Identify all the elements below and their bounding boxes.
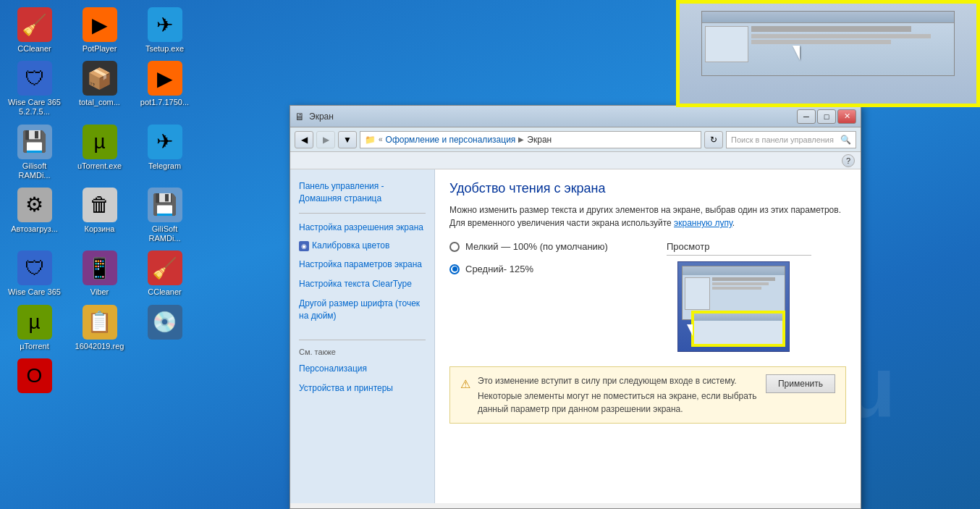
icon-label-autoz: Автозагруз... xyxy=(11,224,58,234)
icon-image-gilisoft2: 💾 xyxy=(148,188,182,222)
desktop-icon-potplayer[interactable]: ▶PotPlayer xyxy=(72,7,127,54)
icon-label-ccleaner2: CCleaner xyxy=(148,287,181,297)
radio-label-medium: Средний- 125% xyxy=(465,264,533,274)
desktop-icon-viber[interactable]: 📱Viber xyxy=(72,251,127,297)
sidebar-link-cleartype[interactable]: Настройка текста ClearType xyxy=(290,274,434,294)
icon-label-gilisoft: Gilisoft RAMDi... xyxy=(7,161,62,180)
see-also-label: См. также xyxy=(290,345,434,359)
icon-label-viber: Viber xyxy=(90,287,109,297)
icon-image-telegram: ✈ xyxy=(148,125,182,159)
radio-preview-section: Мелкий — 100% (по умолчанию) Средний- 12… xyxy=(449,241,846,359)
desktop-icon-ccleaner2[interactable]: 🧹CCleaner xyxy=(138,251,192,297)
back-button[interactable]: ◀ xyxy=(295,131,313,148)
sidebar-link-resolution[interactable]: Настройка разрешения экрана xyxy=(290,218,434,237)
icon-image-recycle: 🗑 xyxy=(83,188,117,222)
desktop-icon-wisecare[interactable]: 🛡Wise Care 365 5.2.7.5... xyxy=(7,61,62,117)
desktop-icon-ccleaner[interactable]: 🧹CCleaner xyxy=(7,7,62,54)
radio-option-small[interactable]: Мелкий — 100% (по умолчанию) xyxy=(449,241,652,252)
address-chevron1: « xyxy=(379,135,383,143)
icon-label-utorrent2: µTorrent xyxy=(20,342,49,351)
window-icon: 🖥 xyxy=(295,111,305,122)
forward-button[interactable]: ▶ xyxy=(316,131,335,148)
content-description: Можно изменить размер текста и других эл… xyxy=(449,203,846,230)
help-button[interactable]: ? xyxy=(842,154,855,167)
address-bar[interactable]: 📁 « Оформление и персонализация ▶ Экран xyxy=(360,131,701,148)
icon-image-tsetup: ✈ xyxy=(148,7,182,42)
sidebar: Панель управления - Домашняя страница На… xyxy=(290,169,435,503)
icon-image-wisecare: 🛡 xyxy=(17,61,52,96)
sidebar-see-also-devices[interactable]: Устройства и принтеры xyxy=(290,379,434,398)
cursor-arrow-top xyxy=(793,46,800,60)
desktop-icon-wisecare2[interactable]: 🛡Wise Care 365 xyxy=(7,251,62,297)
warning-text: Это изменение вступит в силу при следующ… xyxy=(478,374,759,416)
warning-section: ⚠ Это изменение вступит в силу при следу… xyxy=(449,366,846,424)
cursor-arrow-preview xyxy=(687,324,693,336)
desktop-icon-telegram[interactable]: ✈Telegram xyxy=(138,125,192,180)
minimize-button[interactable]: ─ xyxy=(797,109,816,124)
icon-image-gilisoft: 💾 xyxy=(17,125,52,159)
icon-label-tsetup: Tsetup.exe xyxy=(145,44,184,54)
desktop-icon-utorrent[interactable]: µuTorrent.exe xyxy=(72,125,127,180)
dropdown-button[interactable]: ▼ xyxy=(338,131,357,148)
icon-label-wisecare: Wise Care 365 5.2.7.5... xyxy=(7,98,62,117)
radio-option-medium[interactable]: Средний- 125% xyxy=(449,264,652,274)
desktop-icon-reg[interactable]: 📋16042019.reg xyxy=(72,305,127,351)
icon-label-reg: 16042019.reg xyxy=(75,342,124,351)
desktop-icon-floppy[interactable]: 💿 xyxy=(138,305,192,351)
radio-circle-medium xyxy=(449,264,460,274)
title-bar: 🖥 Экран ─ □ ✕ xyxy=(290,106,861,127)
search-box[interactable]: Поиск в панели управления 🔍 xyxy=(726,131,856,148)
icon-label-mb: total_com... xyxy=(79,98,120,107)
icon-label-potplayer: PotPlayer xyxy=(83,44,117,54)
preview-image xyxy=(667,261,793,359)
icon-image-mb: 📦 xyxy=(83,61,117,96)
address-chevron2: ▶ xyxy=(518,135,524,143)
icon-label-recycle: Корзина xyxy=(85,224,115,234)
icon-label-pot2: pot1.7.1750... xyxy=(140,98,189,107)
desktop-icon-mb[interactable]: 📦total_com... xyxy=(72,61,127,117)
desktop-icon-recycle[interactable]: 🗑Корзина xyxy=(72,188,127,243)
icon-image-ccleaner: 🧹 xyxy=(17,7,52,42)
icon-image-ccleaner2: 🧹 xyxy=(148,251,182,285)
icon-label-utorrent: uTorrent.exe xyxy=(77,161,122,171)
content-title: Удобство чтения с экрана xyxy=(449,181,846,196)
desktop-icon-opera[interactable]: O xyxy=(7,358,62,395)
desktop-icon-utorrent2[interactable]: µµTorrent xyxy=(7,305,62,351)
sidebar-see-also-personalization[interactable]: Персонализация xyxy=(290,359,434,379)
close-button[interactable]: ✕ xyxy=(837,109,856,124)
sidebar-home-link[interactable]: Панель управления - Домашняя страница xyxy=(290,177,434,209)
warning-icon: ⚠ xyxy=(460,376,470,416)
icon-image-pot2: ▶ xyxy=(148,61,182,96)
icon-label-wisecare2: Wise Care 365 xyxy=(8,287,61,297)
radio-label-small: Мелкий — 100% (по умолчанию) xyxy=(465,241,608,252)
icon-image-opera: O xyxy=(17,358,52,393)
icon-image-potplayer: ▶ xyxy=(83,7,117,42)
icon-image-wisecare2: 🛡 xyxy=(17,251,52,285)
icon-image-reg: 📋 xyxy=(83,305,117,340)
icon-image-viber: 📱 xyxy=(83,251,117,285)
sidebar-link-calibrate[interactable]: Калибровка цветов xyxy=(312,240,389,252)
address-part2: Экран xyxy=(527,135,552,145)
preview-section: Просмотр xyxy=(667,241,846,359)
title-bar-left: 🖥 Экран xyxy=(295,111,334,122)
desktop-icon-pot2[interactable]: ▶pot1.7.1750... xyxy=(138,61,192,117)
desktop-icon-autoz[interactable]: ⚙Автозагруз... xyxy=(7,188,62,243)
title-bar-controls: ─ □ ✕ xyxy=(797,109,856,124)
refresh-button[interactable]: ↻ xyxy=(704,131,723,148)
calibrate-icon: ◉ xyxy=(299,241,309,251)
icon-image-floppy: 💿 xyxy=(148,305,182,340)
top-preview-window xyxy=(676,0,980,107)
desktop-icon-gilisoft2[interactable]: 💾GiliSoft RAMDi... xyxy=(138,188,192,243)
main-content: Панель управления - Домашняя страница На… xyxy=(290,169,861,503)
sidebar-link-params[interactable]: Настройка параметров экрана xyxy=(290,255,434,274)
folder-icon: 📁 xyxy=(365,135,376,145)
desktop-icon-tsetup[interactable]: ✈Tsetup.exe xyxy=(138,7,192,54)
apply-button[interactable]: Применить xyxy=(766,374,835,393)
desktop-icon-gilisoft[interactable]: 💾Gilisoft RAMDi... xyxy=(7,125,62,180)
control-panel-window: 🖥 Экран ─ □ ✕ ◀ ▶ ▼ 📁 « Оформление и пер… xyxy=(290,105,861,509)
maximize-button[interactable]: □ xyxy=(817,109,836,124)
icon-label-ccleaner: CCleaner xyxy=(17,44,51,54)
window-title: Экран xyxy=(309,112,334,122)
icon-image-autoz: ⚙ xyxy=(17,188,52,222)
sidebar-link-fontsize[interactable]: Другой размер шрифта (точек на дюйм) xyxy=(290,294,434,326)
